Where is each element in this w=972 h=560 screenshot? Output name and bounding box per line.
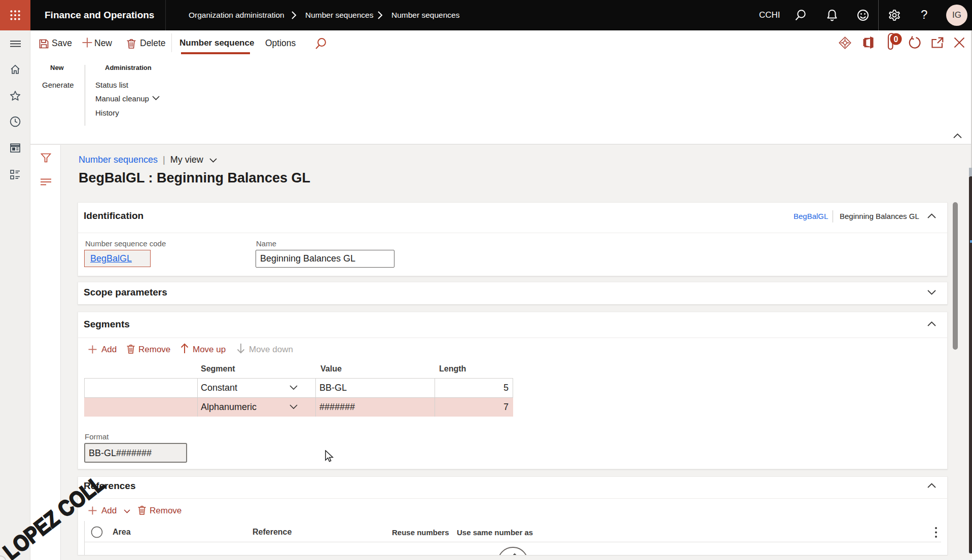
svg-text:0: 0 (894, 35, 898, 44)
